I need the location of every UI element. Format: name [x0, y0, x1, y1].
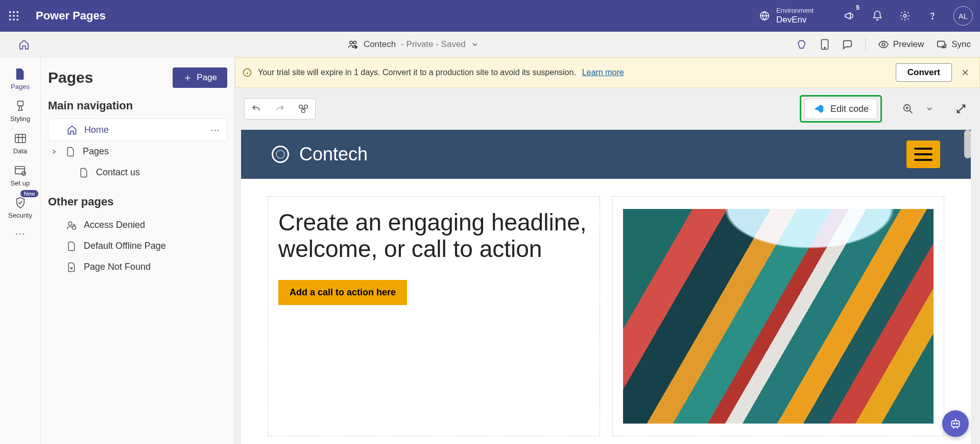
tree-item-default-offline[interactable]: Default Offline Page — [48, 236, 227, 256]
shield-icon — [14, 196, 27, 209]
rail-item-data[interactable]: Data — [2, 129, 39, 158]
tree-item-home[interactable]: Home ⋯ — [48, 119, 227, 141]
tree-label: Access Denied — [84, 220, 145, 230]
svg-rect-22 — [15, 167, 24, 174]
svg-rect-21 — [15, 134, 25, 143]
sync-button[interactable]: Sync — [936, 39, 971, 50]
site-brand[interactable]: Contech — [272, 144, 368, 165]
rail-label: Data — [13, 147, 27, 155]
rail-item-setup[interactable]: Set up — [2, 161, 39, 190]
rail-label: Pages — [11, 83, 30, 90]
avatar-initials: AL — [959, 12, 968, 20]
megaphone-icon[interactable]: 5 — [843, 9, 856, 22]
add-page-label: Page — [197, 73, 217, 83]
undo-button[interactable] — [245, 99, 268, 119]
tree-item-contact-us[interactable]: Contact us — [48, 162, 227, 183]
fullscreen-icon[interactable] — [951, 99, 971, 119]
rail-label: Set up — [11, 179, 30, 187]
document-icon — [14, 67, 27, 81]
copilot-chat-button[interactable] — [942, 410, 969, 437]
waffle-icon[interactable] — [7, 9, 20, 22]
svg-point-3 — [9, 15, 11, 17]
svg-rect-20 — [17, 101, 23, 106]
banner-text: Your trial site will expire in 1 days. C… — [258, 68, 576, 77]
info-icon — [243, 68, 252, 77]
rail-item-pages[interactable]: Pages — [2, 64, 39, 94]
hamburger-menu-button[interactable] — [906, 141, 940, 168]
mobile-preview-icon[interactable] — [820, 39, 829, 50]
tree-label: Default Offline Page — [84, 241, 166, 251]
editor-toolbar: Edit code — [235, 88, 980, 130]
top-app-bar: Power Pages Environment DevEnv 5 AL — [0, 0, 980, 32]
svg-point-29 — [302, 109, 305, 113]
notification-badge: 5 — [856, 4, 859, 11]
svg-point-4 — [13, 15, 15, 17]
table-icon — [14, 132, 27, 145]
context-bar: Contech - Private - Saved Preview Sync — [0, 32, 980, 57]
svg-rect-15 — [355, 46, 356, 48]
tree-label: Contact us — [96, 167, 140, 178]
window-gear-icon — [14, 164, 27, 177]
pages-sidebar: Pages ＋ Page Main navigation Home ⋯ Page… — [41, 57, 235, 444]
page-icon — [79, 168, 89, 178]
svg-point-11 — [932, 18, 933, 19]
close-icon[interactable] — [958, 68, 972, 77]
svg-point-32 — [953, 423, 954, 424]
svg-point-33 — [957, 423, 958, 424]
learn-more-link[interactable]: Learn more — [582, 68, 624, 77]
rail-more-icon[interactable]: ⋯ — [15, 227, 26, 240]
environment-picker[interactable]: Environment DevEnv — [759, 7, 814, 25]
tree-item-page-not-found[interactable]: Page Not Found — [48, 256, 227, 277]
edit-code-label: Edit code — [830, 104, 869, 114]
rail-item-security[interactable]: New Security — [2, 193, 39, 222]
tree-item-pages[interactable]: Pages — [48, 141, 227, 162]
gear-icon[interactable] — [898, 9, 912, 22]
environment-label: Environment — [776, 7, 814, 15]
home-icon[interactable] — [18, 39, 30, 50]
hero-image-column[interactable] — [612, 196, 945, 436]
svg-point-1 — [13, 11, 15, 13]
page-preview-frame: Contech Create an engaging headline, wel… — [241, 130, 971, 444]
copilot-icon[interactable] — [797, 39, 808, 50]
trial-warning-banner: Your trial site will expire in 1 days. C… — [235, 57, 980, 88]
add-page-button[interactable]: ＋ Page — [173, 67, 227, 88]
avatar[interactable]: AL — [953, 6, 973, 26]
bell-icon[interactable] — [871, 9, 884, 22]
svg-point-12 — [349, 41, 352, 44]
hero-headline[interactable]: Create an engaging headline, welcome, or… — [278, 209, 589, 263]
sidebar-title: Pages — [48, 69, 93, 86]
convert-button[interactable]: Convert — [896, 63, 952, 82]
zoom-in-icon[interactable] — [898, 99, 918, 119]
site-picker[interactable]: Contech - Private - Saved — [37, 39, 790, 50]
left-rail: Pages Styling Data Set up New Security — [0, 57, 41, 444]
redo-button[interactable] — [268, 99, 292, 119]
new-pill: New — [20, 190, 38, 197]
svg-point-5 — [17, 15, 19, 17]
other-pages-header: Other pages — [48, 195, 227, 208]
hero-cta-button[interactable]: Add a call to action here — [278, 280, 407, 305]
home-icon — [67, 125, 77, 135]
edit-code-button[interactable]: Edit code — [804, 99, 877, 119]
chevron-right-icon[interactable] — [51, 149, 58, 155]
preview-button[interactable]: Preview — [878, 39, 924, 50]
rail-label: Styling — [10, 115, 30, 123]
main-nav-header: Main navigation — [48, 99, 227, 112]
rail-item-styling[interactable]: Styling — [2, 97, 39, 126]
hero-text-column[interactable]: Create an engaging headline, welcome, or… — [268, 196, 600, 436]
divider — [865, 38, 866, 51]
svg-point-24 — [68, 222, 72, 225]
page-x-icon — [66, 262, 77, 272]
site-name: Contech — [364, 39, 396, 50]
svg-point-10 — [903, 14, 906, 17]
tree-item-access-denied[interactable]: Access Denied — [48, 215, 227, 236]
brush-icon — [14, 100, 27, 113]
more-icon[interactable]: ⋯ — [210, 124, 221, 135]
svg-point-17 — [824, 47, 825, 48]
svg-point-7 — [13, 19, 15, 21]
components-button[interactable] — [292, 99, 315, 119]
help-icon[interactable] — [926, 9, 939, 22]
page-icon — [65, 147, 76, 157]
zoom-chevron-down-icon[interactable] — [920, 99, 939, 119]
svg-rect-25 — [73, 226, 76, 229]
chat-icon[interactable] — [842, 39, 853, 50]
